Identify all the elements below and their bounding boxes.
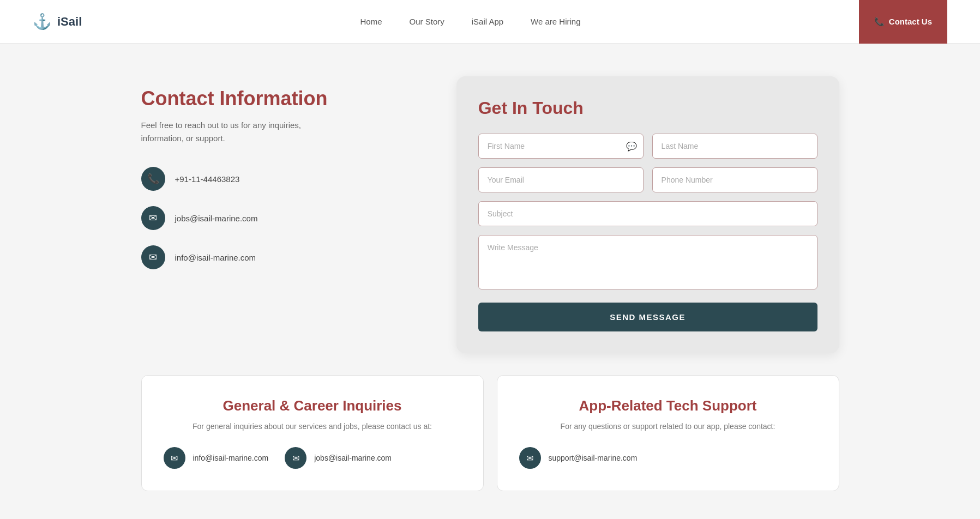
support-email-text: support@isail-marine.com bbox=[549, 454, 638, 462]
anchor-icon: ⚓ bbox=[33, 13, 52, 31]
nav-we-are-hiring[interactable]: We are Hiring bbox=[531, 17, 580, 26]
jobs-email: jobs@isail-marine.com bbox=[175, 214, 258, 223]
chat-icon: 💬 bbox=[626, 141, 637, 152]
phone-input[interactable] bbox=[652, 167, 817, 192]
info-email-text: info@isail-marine.com bbox=[193, 454, 269, 462]
form-contact-row bbox=[478, 167, 817, 192]
general-career-emails: ✉ info@isail-marine.com ✉ jobs@isail-mar… bbox=[164, 447, 461, 469]
contact-jobs-email-item: ✉ jobs@isail-marine.com bbox=[141, 206, 424, 230]
email-icon-jobs: ✉ bbox=[141, 206, 165, 230]
email-icon-info: ✉ bbox=[141, 245, 165, 269]
phone-number: +91-11-44463823 bbox=[175, 174, 240, 184]
phone-icon: 📞 bbox=[141, 167, 165, 191]
first-name-group: 💬 bbox=[478, 134, 644, 159]
header: ⚓ iSail Home Our Story iSail App We are … bbox=[0, 0, 980, 44]
last-name-input[interactable] bbox=[652, 134, 817, 159]
general-career-card: General & Career Inquiries For general i… bbox=[141, 375, 484, 491]
support-email-item: ✉ support@isail-marine.com bbox=[519, 447, 638, 469]
contact-info-subtitle: Feel free to reach out to us for any inq… bbox=[141, 119, 316, 145]
general-career-title: General & Career Inquiries bbox=[164, 397, 461, 414]
contact-form-card: Get In Touch 💬 SEND MESSAGE bbox=[456, 76, 839, 353]
contact-info-section: Contact Information Feel free to reach o… bbox=[141, 76, 424, 285]
contact-us-button[interactable]: 📞 Contact Us bbox=[859, 0, 947, 44]
logo-text: iSail bbox=[57, 15, 82, 29]
email-icon-card1-1: ✉ bbox=[285, 447, 306, 469]
phone-group bbox=[652, 167, 817, 192]
tech-support-subtitle: For any questions or support related to … bbox=[519, 422, 817, 431]
send-message-button[interactable]: SEND MESSAGE bbox=[478, 303, 817, 331]
email-icon-card2-0: ✉ bbox=[519, 447, 541, 469]
email-input[interactable] bbox=[478, 167, 644, 192]
jobs-email-item: ✉ jobs@isail-marine.com bbox=[285, 447, 392, 469]
navigation: Home Our Story iSail App We are Hiring bbox=[360, 17, 581, 26]
general-career-subtitle: For general inquiries about our services… bbox=[164, 422, 461, 431]
tech-support-title: App-Related Tech Support bbox=[519, 397, 817, 414]
last-name-group bbox=[652, 134, 817, 159]
email-icon-card1-0: ✉ bbox=[164, 447, 185, 469]
email-group bbox=[478, 167, 644, 192]
contact-info-email-item: ✉ info@isail-marine.com bbox=[141, 245, 424, 269]
info-email-item: ✉ info@isail-marine.com bbox=[164, 447, 269, 469]
phone-icon: 📞 bbox=[874, 17, 885, 27]
main-content: Contact Information Feel free to reach o… bbox=[109, 44, 872, 375]
subject-input[interactable] bbox=[478, 201, 817, 226]
form-title: Get In Touch bbox=[478, 98, 817, 118]
nav-home[interactable]: Home bbox=[360, 17, 382, 26]
tech-support-emails: ✉ support@isail-marine.com bbox=[519, 447, 817, 469]
message-textarea[interactable] bbox=[478, 235, 817, 289]
nav-our-story[interactable]: Our Story bbox=[410, 17, 444, 26]
contact-info-title: Contact Information bbox=[141, 87, 424, 110]
tech-support-card: App-Related Tech Support For any questio… bbox=[497, 375, 839, 491]
bottom-cards-section: General & Career Inquiries For general i… bbox=[109, 375, 872, 519]
first-name-input[interactable] bbox=[478, 134, 644, 159]
jobs-email-text: jobs@isail-marine.com bbox=[314, 454, 392, 462]
info-email: info@isail-marine.com bbox=[175, 253, 256, 262]
logo: ⚓ iSail bbox=[33, 13, 82, 31]
form-name-row: 💬 bbox=[478, 134, 817, 159]
contact-phone-item: 📞 +91-11-44463823 bbox=[141, 167, 424, 191]
nav-isail-app[interactable]: iSail App bbox=[472, 17, 503, 26]
